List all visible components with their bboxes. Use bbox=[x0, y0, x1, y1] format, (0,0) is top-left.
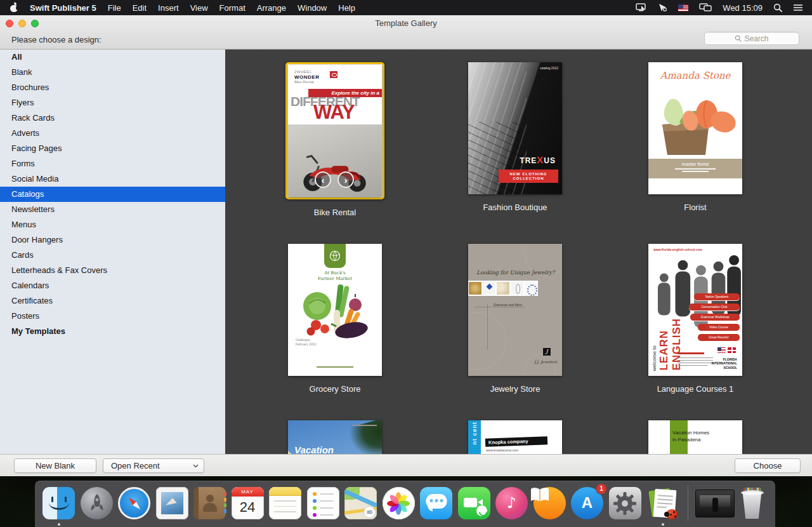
chevron-down-icon bbox=[193, 464, 199, 468]
menu-view[interactable]: View bbox=[190, 3, 208, 13]
dock-appstore-icon[interactable]: A 1 bbox=[570, 486, 605, 521]
pill-native-speakers: Native Speakers bbox=[694, 293, 740, 300]
trexus-logo: TREXUS bbox=[520, 154, 556, 165]
template-label: Bike Rental bbox=[314, 208, 356, 217]
sidebar-item-blank[interactable]: Blank bbox=[0, 65, 225, 80]
bike-photo: ‹ › bbox=[288, 124, 382, 197]
screen-sharing-icon[interactable] bbox=[636, 3, 647, 12]
new-blank-button[interactable]: New Blank bbox=[14, 458, 96, 473]
pointer-icon[interactable] bbox=[658, 3, 667, 12]
grocery-url-line bbox=[317, 366, 353, 368]
app-menu-title[interactable]: Swift Publisher 5 bbox=[30, 3, 96, 13]
sidebar-item-rack-cards[interactable]: Rack Cards bbox=[0, 110, 225, 126]
template-thumb-florist[interactable]: Amanda Stone bbox=[648, 62, 742, 194]
menu-edit[interactable]: Edit bbox=[133, 3, 147, 13]
sidebar-item-catalogs[interactable]: Catalogs bbox=[0, 187, 225, 202]
sidebar-item-adverts[interactable]: Adverts bbox=[0, 126, 225, 141]
template-thumb-vacation-homes[interactable]: Vacation Homesin Pasadena bbox=[648, 420, 742, 454]
menu-help[interactable]: Help bbox=[338, 3, 355, 13]
dotted-rule bbox=[476, 307, 525, 307]
dock-calendar-icon[interactable]: MAY24 bbox=[230, 486, 265, 521]
sidebar-item-forms[interactable]: Forms bbox=[0, 156, 225, 171]
dock-ibooks-icon[interactable] bbox=[532, 486, 567, 521]
apple-menu-icon[interactable] bbox=[10, 4, 18, 12]
collection-banner: NEW CLOTHINGCOLLECTION bbox=[499, 170, 558, 183]
pill-great-results: Great Results! bbox=[698, 334, 740, 341]
catalog-year: catalog 2012 bbox=[540, 66, 558, 70]
dock-contacts-icon[interactable] bbox=[192, 486, 227, 521]
template-thumb-grocery-store[interactable]: At Buck'sFarmer Market bbox=[288, 244, 382, 376]
jewelry-photo-strip bbox=[468, 281, 538, 296]
dock-reminders-icon[interactable] bbox=[306, 486, 341, 521]
tulips-illustration bbox=[648, 85, 742, 157]
pill-video-course: Video Course bbox=[698, 324, 740, 331]
spotlight-icon[interactable] bbox=[773, 3, 782, 12]
template-thumb-fashion-boutique[interactable]: catalog 2012 TREXUS NEW CLOTHINGCOLLECTI… bbox=[468, 62, 562, 194]
dock-system-preferences-icon[interactable] bbox=[608, 486, 643, 521]
dock-mail-icon[interactable] bbox=[155, 486, 190, 521]
menu-window[interactable]: Window bbox=[298, 3, 327, 13]
dock-minimized-window-thumb[interactable] bbox=[695, 490, 735, 517]
sidebar-item-door-hangers[interactable]: Door Hangers bbox=[0, 232, 225, 248]
sidebar-item-cards[interactable]: Cards bbox=[0, 248, 225, 263]
template-thumb-jewelry-store[interactable]: Looking for Unique Jewelry? Diamonds and… bbox=[468, 244, 562, 376]
sidebar-item-all[interactable]: All bbox=[0, 50, 225, 65]
sidebar-item-calendars[interactable]: Calendars bbox=[0, 278, 225, 293]
sidebar-item-posters[interactable]: Posters bbox=[0, 309, 225, 324]
dock-launchpad-icon[interactable] bbox=[79, 486, 114, 521]
sidebar-item-letterheads[interactable]: Letterheads & Fax Covers bbox=[0, 263, 225, 278]
pill-conversation-club: Conversation Club bbox=[689, 304, 740, 310]
sidebar-item-facing-pages[interactable]: Facing Pages bbox=[0, 141, 225, 156]
dock-safari-icon[interactable] bbox=[117, 486, 152, 521]
menu-format[interactable]: Format bbox=[219, 3, 246, 13]
next-page-arrow[interactable]: › bbox=[337, 171, 354, 188]
template-bike-rental-selected[interactable]: 2WHEEL WONDER Bike Rental Explore the ci… bbox=[285, 62, 384, 199]
sidebar-item-my-templates[interactable]: My Templates bbox=[0, 324, 225, 339]
sidebar-item-brochures[interactable]: Brochures bbox=[0, 80, 225, 95]
sidebar-item-menus[interactable]: Menus bbox=[0, 217, 225, 232]
menu-file[interactable]: File bbox=[108, 3, 121, 13]
menu-arrange[interactable]: Arrange bbox=[257, 3, 286, 13]
dock-photos-icon[interactable] bbox=[381, 486, 416, 521]
template-thumb-vacation[interactable]: Vacation bbox=[288, 420, 382, 454]
template-thumb-bike-rental[interactable]: 2WHEEL WONDER Bike Rental Explore the ci… bbox=[288, 65, 382, 197]
dock-maps-icon[interactable]: 3D bbox=[343, 486, 378, 521]
template-label: Grocery Store bbox=[310, 384, 361, 394]
dock-finder-icon[interactable] bbox=[41, 486, 76, 521]
dock-notes-icon[interactable] bbox=[268, 486, 303, 521]
vacation-homes-title: Vacation Homesin Pasadena bbox=[672, 430, 727, 444]
sidebar-item-flyers[interactable]: Flyers bbox=[0, 95, 225, 110]
dock-messages-icon[interactable] bbox=[419, 486, 454, 521]
notification-center-icon[interactable] bbox=[793, 4, 803, 11]
dock-facetime-icon[interactable] bbox=[457, 486, 492, 521]
blue-vertical-stripe: nt cent bbox=[468, 420, 481, 454]
window-toolbar: Template Gallery Please choose a design:… bbox=[0, 15, 812, 50]
dock-itunes-icon[interactable]: ♪ bbox=[494, 486, 529, 521]
template-label: Language Courses 1 bbox=[657, 384, 734, 394]
choose-button[interactable]: Choose bbox=[735, 458, 801, 473]
window-title: Template Gallery bbox=[0, 18, 812, 29]
knopka-banner: Knopka company bbox=[485, 436, 547, 446]
category-sidebar: All Blank Brochures Flyers Rack Cards Ad… bbox=[0, 50, 225, 454]
search-input[interactable]: Search bbox=[704, 32, 799, 45]
prev-page-arrow[interactable]: ‹ bbox=[315, 171, 331, 188]
sidebar-item-social-media[interactable]: Social Media bbox=[0, 171, 225, 187]
input-source-flag-icon[interactable] bbox=[678, 4, 688, 11]
window-footer: New Blank Open Recent Choose bbox=[0, 454, 812, 476]
grocery-note: Catalogue,February 2012 bbox=[296, 338, 317, 346]
menu-clock[interactable]: Wed 15:09 bbox=[723, 3, 763, 13]
template-thumb-language-courses[interactable]: www.florida-english-school.com welcome t… bbox=[648, 244, 742, 376]
dock-swift-publisher-icon[interactable] bbox=[645, 486, 680, 521]
dock-trash-icon[interactable] bbox=[738, 486, 767, 521]
template-grid: 2WHEEL WONDER Bike Rental Explore the ci… bbox=[225, 50, 812, 454]
sidebar-item-newsletters[interactable]: Newsletters bbox=[0, 202, 225, 217]
search-icon bbox=[735, 35, 742, 42]
florist-band: master florist bbox=[648, 159, 742, 178]
displays-icon[interactable] bbox=[699, 3, 712, 12]
open-recent-dropdown[interactable]: Open Recent bbox=[103, 458, 204, 473]
menu-insert[interactable]: Insert bbox=[158, 3, 179, 13]
jewelers-signature: J.J. Jewelers bbox=[534, 359, 557, 364]
sidebar-item-certificates[interactable]: Certificates bbox=[0, 293, 225, 309]
bike-logo-mark bbox=[330, 71, 337, 78]
template-thumb-knopka[interactable]: nt cent Knopka company www.knopkacomp.co… bbox=[468, 420, 562, 454]
